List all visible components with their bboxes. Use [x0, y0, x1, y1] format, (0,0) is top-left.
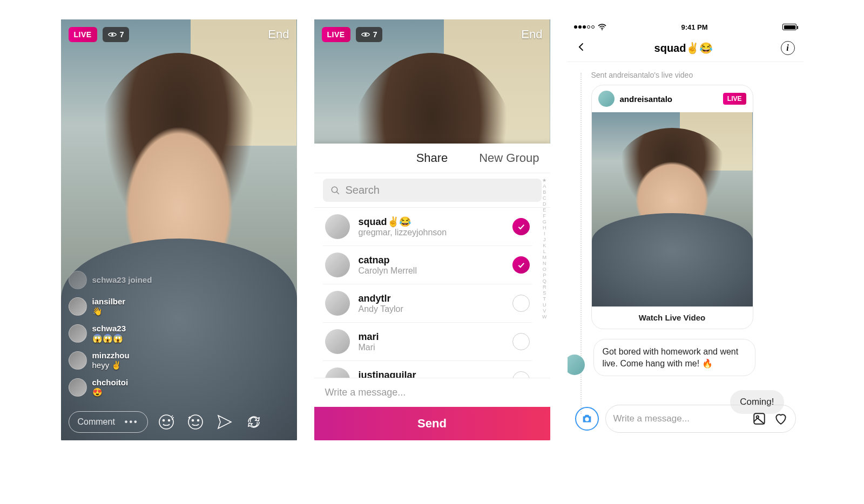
- comment-input[interactable]: Comment •••: [69, 411, 148, 433]
- card-username: andreisantalo: [620, 94, 673, 104]
- contact-name: justinaguilar: [359, 370, 416, 378]
- end-button[interactable]: End: [521, 28, 542, 42]
- share-title: Share: [416, 151, 448, 165]
- comment-row: iansilber👋: [69, 297, 254, 316]
- avatar: [69, 351, 87, 370]
- effects-button[interactable]: [185, 411, 206, 433]
- svg-point-3: [168, 420, 170, 421]
- comment-text: 😍: [92, 387, 129, 397]
- contact-list[interactable]: squad✌️😂gregmar, lizzeyjohnson catnapCar…: [314, 208, 550, 378]
- comment-row: chchoitoi😍: [69, 378, 254, 397]
- comment-username: minzzhou: [92, 351, 130, 360]
- viewer-count: 7: [120, 30, 124, 39]
- viewer-count-badge[interactable]: 7: [103, 27, 130, 42]
- svg-point-11: [585, 417, 589, 421]
- select-checkbox[interactable]: [512, 256, 530, 274]
- live-video-card[interactable]: andreisantalo LIVE Watch Live Video: [591, 85, 753, 329]
- contact-name: catnap: [359, 255, 417, 266]
- avatar: [69, 378, 87, 397]
- contact-row[interactable]: andytlrAndy Taylor: [323, 284, 532, 323]
- info-button[interactable]: i: [781, 41, 795, 55]
- comment-row: schwa23 joined: [69, 271, 254, 289]
- comment-placeholder: Comment: [78, 417, 115, 427]
- face-filter-button[interactable]: [156, 411, 177, 433]
- contact-row[interactable]: mariMari: [323, 323, 532, 361]
- comment-row: minzzhouheyy ✌️: [69, 351, 254, 370]
- select-checkbox[interactable]: [512, 295, 530, 312]
- battery-icon: [782, 24, 796, 30]
- contact-name: squad✌️😂: [359, 216, 447, 228]
- contact-row[interactable]: squad✌️😂gregmar, lizzeyjohnson: [323, 208, 532, 246]
- share-sheet-screen: LIVE 7 End Share New Group Search ★ABCDE…: [314, 19, 550, 440]
- dm-message-input[interactable]: Write a message...: [605, 405, 796, 433]
- svg-point-2: [163, 420, 164, 421]
- dm-thread-screen: 9:41 PM squad✌️😂 i Sent andreisantalo's …: [568, 19, 804, 440]
- avatar: [325, 214, 350, 239]
- new-group-button[interactable]: New Group: [479, 151, 539, 165]
- switch-camera-button[interactable]: [243, 411, 265, 433]
- svg-point-7: [364, 33, 367, 36]
- live-badge: LIVE: [723, 93, 746, 105]
- gallery-icon[interactable]: [752, 412, 766, 426]
- live-badge: LIVE: [322, 27, 350, 42]
- search-icon: [330, 186, 340, 195]
- viewer-count: 7: [373, 30, 377, 39]
- comment-text: 😱😱😱: [92, 333, 126, 343]
- eye-icon: [361, 31, 370, 38]
- contact-name: andytlr: [359, 293, 403, 304]
- comment-username: iansilber: [92, 297, 126, 307]
- contact-sub: gregmar, lizzeyjohnson: [359, 228, 447, 237]
- message-input[interactable]: Write a message...: [314, 378, 550, 407]
- avatar: [598, 91, 615, 107]
- share-button[interactable]: [214, 411, 235, 433]
- thread-title[interactable]: squad✌️😂: [654, 42, 713, 55]
- comment-text: heyy ✌️: [92, 360, 130, 370]
- more-icon[interactable]: •••: [125, 417, 139, 427]
- contact-row[interactable]: catnapCarolyn Merrell: [323, 246, 532, 284]
- comment-text: 👋: [92, 307, 126, 316]
- svg-point-4: [188, 415, 202, 429]
- svg-point-1: [159, 415, 173, 429]
- watch-live-cta[interactable]: Watch Live Video: [592, 307, 753, 329]
- heart-icon[interactable]: [774, 412, 788, 426]
- share-sheet: Share New Group Search ★ABCDEFGHIJKLMNOP…: [314, 144, 550, 440]
- camera-button[interactable]: [575, 407, 599, 431]
- svg-point-5: [192, 420, 193, 421]
- search-placeholder: Search: [346, 184, 380, 196]
- svg-point-0: [111, 33, 113, 36]
- status-bar: 9:41 PM: [568, 19, 804, 35]
- live-comments-feed: schwa23 joined iansilber👋 schwa23😱😱😱 min…: [69, 271, 254, 397]
- comment-row: schwa23😱😱😱: [69, 324, 254, 343]
- back-button[interactable]: [576, 42, 587, 55]
- send-button[interactable]: Send: [314, 407, 550, 440]
- contact-sub: Mari: [359, 343, 379, 352]
- comment-username: schwa23: [92, 324, 126, 333]
- wifi-icon: [598, 24, 606, 30]
- contact-sub: Andy Taylor: [359, 304, 403, 314]
- dm-input-placeholder: Write a message...: [613, 413, 690, 424]
- avatar: [69, 271, 87, 289]
- alpha-index[interactable]: ★ABCDEFGHIJKLMNOPQRSTUVW: [542, 176, 547, 207]
- select-checkbox[interactable]: [512, 333, 530, 350]
- svg-point-6: [197, 420, 199, 421]
- contact-sub: Carolyn Merrell: [359, 266, 417, 276]
- svg-line-9: [336, 192, 339, 194]
- status-time: 9:41 PM: [681, 23, 707, 31]
- signal-dots-icon: [574, 25, 595, 29]
- comment-username: chchoitoi: [92, 378, 129, 387]
- search-input[interactable]: Search: [323, 179, 542, 202]
- avatar: [69, 324, 87, 343]
- avatar: [325, 291, 350, 316]
- eye-icon: [108, 31, 117, 38]
- select-checkbox[interactable]: [512, 218, 530, 235]
- avatar: [325, 367, 350, 378]
- viewer-count-badge[interactable]: 7: [356, 27, 383, 42]
- avatar: [325, 329, 350, 354]
- svg-point-8: [332, 187, 338, 193]
- end-button[interactable]: End: [268, 28, 289, 42]
- select-checkbox[interactable]: [512, 371, 530, 378]
- comment-username: schwa23 joined: [92, 275, 152, 285]
- contact-name: mari: [359, 331, 379, 343]
- contact-row[interactable]: justinaguilarJustin Aguilar: [323, 361, 532, 378]
- message-bubble: Got bored with homework and went live. C…: [593, 339, 755, 376]
